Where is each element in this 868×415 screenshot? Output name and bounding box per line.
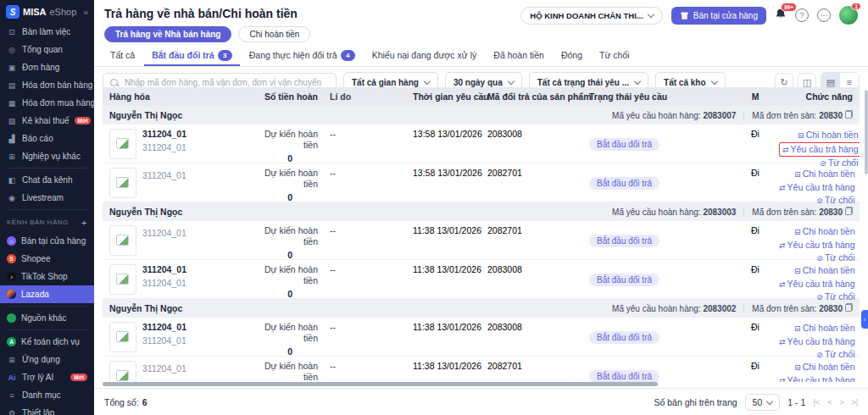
sidebar-item-ung-dung[interactable]: Ứng dụng (0, 351, 94, 368)
refund-value: 0 (253, 250, 292, 260)
action-chi-hoan-tien[interactable]: Chi hoàn tiền (779, 264, 855, 278)
copy-icon[interactable] (845, 110, 853, 119)
status-badge: Bắt đầu đổi trả (589, 177, 659, 190)
request-time: 11:38 13/01/2026 (413, 361, 487, 371)
sidebar-item-label: Tổng quan (22, 45, 63, 54)
sidebar-item-shopee[interactable]: SShopee (0, 250, 94, 268)
tab-da-hoan-tien[interactable]: Đã hoàn tiền (486, 44, 552, 66)
action-label: Chi hoàn tiền (803, 323, 855, 333)
copy-icon[interactable] (845, 207, 853, 215)
sidebar-item-don-hang[interactable]: Đơn hàng (0, 58, 94, 76)
prev-page-button[interactable] (827, 398, 832, 407)
tab-label: Đang thực hiện đổi trả (249, 50, 337, 60)
pill-tra-hang-ve-nha-ban-hang[interactable]: Trả hàng về Nhà bán hàng (104, 26, 231, 42)
panel-collapse-handle[interactable] (861, 310, 868, 329)
m-value: Đi (732, 129, 779, 139)
sidebar-item-ban-lam-viec[interactable]: Bàn làm việc (0, 23, 94, 41)
sidebar-item-bao-cao[interactable]: Báo cáo (0, 130, 94, 147)
col-trang-thai: Trạng thái yêu cầu (589, 91, 732, 102)
last-page-button[interactable] (851, 398, 858, 407)
action-tu-choi[interactable]: Từ chối (779, 348, 855, 362)
action-yeu-cau-tra-hang[interactable]: Yêu cầu trả hàng (779, 181, 855, 195)
sidebar-item-thiet-lap[interactable]: Thiết lập (0, 404, 94, 415)
help-button[interactable]: ? (795, 8, 809, 22)
card-icon (794, 363, 801, 372)
company-selector[interactable]: HỘ KINH DOANH CHĂN THI... (520, 7, 663, 25)
horizontal-scrollbar[interactable] (103, 382, 658, 386)
vertical-scrollbar[interactable] (865, 90, 868, 174)
col-ma-doi-tra: Mã đổi trả của sản phẩm (487, 91, 589, 102)
filter-label: Tất cả gian hàng (352, 78, 419, 87)
request-time: 11:38 13/01/2026 (413, 264, 487, 274)
tab-khieu-nai[interactable]: Khiếu nại đang được xử lý (364, 44, 485, 66)
action-chi-hoan-tien[interactable]: Chi hoàn tiền (779, 225, 855, 239)
search-icon (110, 79, 118, 86)
sidebar-item-label: Bàn làm việc (22, 27, 70, 36)
action-label: Từ chối (825, 291, 855, 302)
sidebar-item-lazada[interactable]: Lazada (0, 285, 94, 303)
action-yeu-cau-tra-hang[interactable]: Yêu cầu trả hàng (779, 239, 855, 252)
action-yeu-cau-tra-hang[interactable]: Yêu cầu trả hàng (779, 278, 855, 291)
sidebar-item-chat-da-kenh[interactable]: Chat đa kênh (0, 171, 94, 189)
request-code-value: 2083003 (703, 208, 736, 217)
sidebar-item-label: TikTok Shop (21, 272, 68, 281)
tab-dong[interactable]: Đóng (554, 44, 590, 66)
product-code-sub: 311204_01 (142, 142, 186, 153)
action-yeu-cau-tra-hang[interactable]: Yêu cầu trả hàng (779, 374, 855, 383)
page-header: Trả hàng về nhà bán/Chi hoàn tiền Trả hà… (94, 0, 868, 44)
order-code-value: 20830 (819, 208, 843, 217)
sidebar-item-ke-khai-thue[interactable]: Kê khai thuếMới (0, 112, 94, 130)
sidebar-item-tiktok-shop[interactable]: ♪TikTok Shop (0, 268, 94, 285)
sidebar-item-label: Báo cáo (22, 134, 53, 143)
tab-dang-thuc-hien-doi-tra[interactable]: Đang thực hiện đổi trả4 (242, 44, 363, 66)
more-button[interactable]: ⋯ (817, 8, 831, 22)
action-chi-hoan-tien[interactable]: Chi hoàn tiền (779, 129, 859, 142)
action-tu-choi[interactable]: Từ chối (779, 290, 855, 304)
copy-icon[interactable] (845, 303, 853, 312)
sidebar-item-ban-tai-cua-hang[interactable]: ⌂Bán tại cửa hàng (0, 232, 94, 250)
pill-chi-hoan-tien[interactable]: Chi hoàn tiền (238, 26, 310, 42)
tax-icon (7, 117, 17, 125)
action-chi-hoan-tien[interactable]: Chi hoàn tiền (779, 322, 855, 335)
sidebar-item-tong-quan[interactable]: Tổng quan (0, 41, 94, 58)
return-icon (779, 280, 786, 289)
store-sale-button[interactable]: Bán tại cửa hàng (671, 7, 766, 25)
overview-icon (7, 46, 17, 54)
sales-invoice-icon (7, 81, 17, 90)
tab-bat-dau-doi-tra[interactable]: Bắt đầu đổi trả3 (144, 44, 240, 66)
notifications-button[interactable]: 99+ (775, 8, 787, 24)
return-icon (779, 184, 786, 192)
tab-tu-choi[interactable]: Từ chối (592, 44, 637, 66)
sidebar-item-hoa-don-ban-hang[interactable]: Hóa đơn bán hàng (0, 76, 94, 94)
action-chi-hoan-tien[interactable]: Chi hoàn tiền (779, 361, 855, 374)
sidebar-item-label: Danh mục (22, 390, 61, 400)
action-tu-choi[interactable]: Từ chối (779, 252, 855, 265)
sidebar-item-nguon-khac[interactable]: Nguồn khác (0, 309, 94, 327)
sidebar-item-danh-muc[interactable]: Danh mục (0, 386, 94, 404)
next-page-button[interactable] (839, 398, 843, 407)
action-yeu-cau-tra-hang[interactable]: Yêu cầu trả hàng (779, 335, 855, 349)
first-page-button[interactable] (813, 398, 820, 407)
tab-tat-ca[interactable]: Tất cả (103, 44, 142, 66)
status-badge: Bắt đầu đổi trả (589, 235, 659, 247)
return-icon (779, 338, 786, 346)
avatar[interactable]: 1 (839, 6, 858, 25)
action-tu-choi[interactable]: Từ chối (779, 194, 855, 208)
sidebar-item-hoa-don-mua-hang[interactable]: Hóa đơn mua hàng (0, 94, 94, 112)
action-chi-hoan-tien[interactable]: Chi hoàn tiền (779, 168, 855, 181)
sidebar: S MISAeShop « Bàn làm việc Tổng quan Đơn… (0, 0, 94, 415)
request-group: Nguyễn Thị Ngọc Mã yêu cầu hoàn hàng: 20… (103, 106, 860, 202)
filter-label: Tất cả trạng thái yêu ... (537, 78, 629, 87)
sidebar-item-tro-ly-ai[interactable]: AiTrợ lý AIMới (0, 368, 94, 386)
sidebar-item-label: Trợ lý AI (22, 373, 53, 382)
per-page-select[interactable]: 50 (745, 394, 781, 411)
search-input[interactable] (123, 77, 329, 88)
sidebar-item-nghiep-vu-khac[interactable]: Nghiệp vụ khác (0, 147, 94, 165)
action-yeu-cau-tra-hang[interactable]: Yêu cầu trả hàng (779, 142, 859, 158)
sidebar-item-livestream[interactable]: Livestream (0, 189, 94, 207)
sidebar-collapse-icon[interactable]: « (83, 8, 88, 17)
sidebar-item-ke-toan-dich-vu[interactable]: AKế toán dịch vụ (0, 333, 94, 351)
product-image (109, 322, 136, 352)
other-ops-icon (7, 152, 17, 161)
add-channel-icon[interactable]: + (81, 218, 87, 228)
